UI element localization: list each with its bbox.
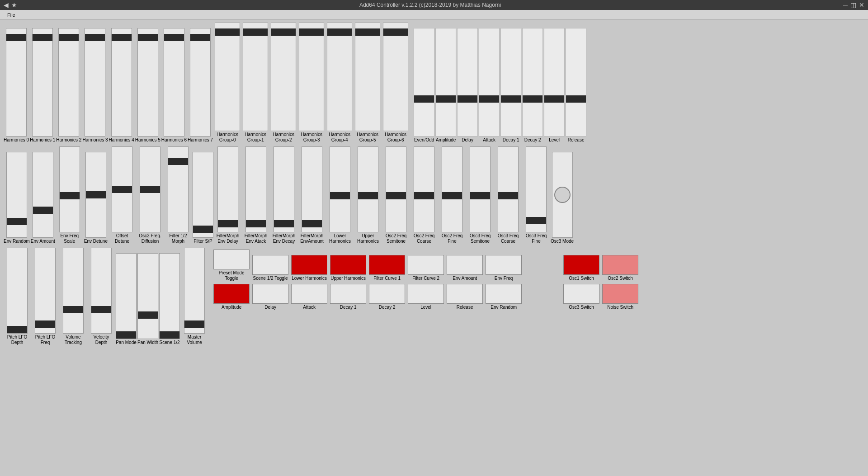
btn-cell-env-amount: Env Amount (447, 255, 483, 281)
slider-pan-width: Pan Width (137, 253, 158, 345)
slider-even-odd: Even/Odd (414, 28, 434, 143)
slider-harmonics-group1: Harmonics Group-1 (242, 23, 269, 143)
btn-cell-osc3-switch: Osc3 Switch (563, 284, 599, 310)
slider-harmonics3: Harmonics 3 (82, 28, 108, 143)
upper-harmonics-button[interactable] (330, 255, 366, 275)
slider-master-volume: Master Volume (181, 248, 208, 345)
slider-harmonics6: Harmonics 6 (161, 28, 187, 143)
slider-pan-mode: Pan Mode (116, 253, 137, 345)
maximize-button[interactable]: ◫ (850, 1, 856, 9)
btn-cell-filter-curve1: Filter Curve 1 (369, 255, 405, 281)
slider-upper-harmonics: Upper Harmonics (354, 146, 382, 244)
slider-osc2-freq-coarse: Osc2 Freq Coarse (410, 146, 438, 244)
btn-cell-filter-curve2: Filter Curve 2 (408, 255, 444, 281)
btn-cell-noise-switch: Noise Switch (602, 284, 638, 310)
close-button[interactable]: ✕ (859, 1, 864, 9)
preset-mode-toggle-button[interactable] (213, 250, 250, 269)
window-title: Add64 Controller v.1.2.2 (c)2018-2019 by… (17, 2, 843, 8)
noise-switch-button[interactable] (602, 284, 638, 304)
slider-release-r1: Release (566, 28, 586, 143)
slider-filter-12-morph: Filter 1/2 Morph (165, 146, 192, 244)
title-bar-controls: ─ ◫ ✕ (843, 1, 864, 9)
button-grid: Preset Mode Toggle Scene 1/2 Toggle Lowe… (210, 248, 642, 312)
env-random-button[interactable] (486, 284, 522, 304)
btn-cell-delay: Delay (252, 284, 288, 310)
btn-cell-decay1: Decay 1 (330, 284, 366, 310)
slider-filtermorph-env-delay: FilterMorph Env Delay (214, 146, 241, 244)
btn-cell-scene-12-toggle: Scene 1/2 Toggle (252, 255, 288, 281)
level-button[interactable] (408, 284, 444, 304)
menu-bar: File (0, 10, 868, 20)
slider-harmonics1: Harmonics 1 (30, 28, 55, 143)
slider-harmonics-group2: Harmonics Group-2 (270, 23, 297, 143)
slider-delay-r1: Delay (457, 28, 478, 143)
slider-env-random: Env Random (4, 152, 30, 244)
btn-cell-env-random: Env Random (486, 284, 522, 310)
row2-sliders: Env Random Env Amount Env Freq Scale Env… (2, 146, 866, 245)
slider-harmonics-group5: Harmonics Group-5 (354, 23, 381, 143)
slider-volume-tracking: Volume Tracking (60, 248, 87, 345)
btn-cell-amplitude: Amplitude (213, 284, 250, 310)
osc1-switch-button[interactable] (563, 255, 599, 275)
file-menu[interactable]: File (4, 11, 19, 19)
decay1-button[interactable] (330, 284, 366, 304)
slider-amplitude: Amplitude (435, 28, 456, 143)
osc2-switch-button[interactable] (602, 255, 638, 275)
btn-cell-attack: Attack (291, 284, 327, 310)
amplitude-button[interactable] (213, 284, 250, 304)
slider-harmonics-group6: Harmonics Group-6 (382, 23, 409, 143)
btn-cell-level: Level (408, 284, 444, 310)
slider-osc3-mode: Osc3 Mode (551, 152, 574, 244)
title-bar: ◀ ★ Add64 Controller v.1.2.2 (c)2018-201… (0, 0, 868, 10)
slider-velocity-depth: Velocity Depth (88, 248, 115, 345)
slider-env-freq-scale: Env Freq Scale (56, 146, 83, 244)
slider-lower-harmonics: Lower Harmonics (326, 146, 354, 244)
slider-level-r1: Level (544, 28, 565, 143)
slider-pitch-lfo-freq: Pitch LFO Freq (32, 248, 59, 345)
slider-env-amount: Env Amount (31, 152, 55, 244)
slider-filtermorph-envamount: FilterMorph EnvAmount (298, 146, 326, 244)
slider-osc2-freq-fine: Osc2 Freq Fine (439, 146, 466, 244)
btn-cell-preset-mode: Preset Mode Toggle (213, 250, 250, 281)
slider-pitch-lfo-depth: Pitch LFO Depth (4, 248, 31, 345)
scene-12-toggle-button[interactable] (252, 255, 288, 275)
slider-filter-sp: Filter S/P (193, 152, 213, 244)
title-bar-left: ◀ ★ (4, 1, 17, 9)
slider-env-detune: Env Detune (84, 152, 108, 244)
slider-harmonics2: Harmonics 2 (56, 28, 81, 143)
slider-osc3-freq-semitone: Osc3 Freq Semitone (467, 146, 494, 244)
osc3-switch-button[interactable] (563, 284, 599, 304)
decay2-button[interactable] (369, 284, 405, 304)
slider-harmonics0: Harmonics 0 (4, 28, 29, 143)
button-row2: Amplitude Delay Attack Decay 1 Decay 2 (213, 284, 638, 310)
filter-curve2-button[interactable] (408, 255, 444, 275)
filter-curve1-button[interactable] (369, 255, 405, 275)
slider-decay2-r1: Decay 2 (522, 28, 543, 143)
row3-sliders: Pitch LFO Depth Pitch LFO Freq Volume Tr… (4, 248, 208, 345)
slider-osc2-freq-semitone: Osc2 Freq Semitone (382, 146, 410, 244)
minimize-button[interactable]: ─ (843, 1, 848, 9)
slider-filtermorph-env-decay: FilterMorph Env Decay (270, 146, 297, 244)
lower-harmonics-button[interactable] (291, 255, 327, 275)
slider-harmonics5: Harmonics 5 (135, 28, 160, 143)
delay-button[interactable] (252, 284, 288, 304)
slider-harmonics-group4: Harmonics Group-4 (326, 23, 353, 143)
button-row1: Preset Mode Toggle Scene 1/2 Toggle Lowe… (213, 250, 638, 281)
release-button[interactable] (447, 284, 483, 304)
slider-harmonics-group0: Harmonics Group-0 (214, 23, 241, 143)
env-amount-button[interactable] (447, 255, 483, 275)
slider-osc3-freq-fine: Osc3 Freq Fine (523, 146, 550, 244)
btn-cell-release: Release (447, 284, 483, 310)
slider-harmonics4: Harmonics 4 (109, 28, 134, 143)
slider-osc3-freq-coarse: Osc3 Freq Coarse (495, 146, 522, 244)
row1-sliders: Harmonics 0 Harmonics 1 Harmonics 2 Harm… (2, 22, 866, 144)
slider-osc3-freq-diffusion: Osc3 Freq. Diffusion (137, 146, 164, 244)
attack-button[interactable] (291, 284, 327, 304)
slider-filtermorph-env-atack: FilterMorph Env Atack (242, 146, 269, 244)
slider-attack-r1: Attack (479, 28, 500, 143)
main-content: Harmonics 0 Harmonics 1 Harmonics 2 Harm… (0, 20, 868, 348)
btn-cell-upper-harmonics: Upper Harmonics (330, 255, 366, 281)
slider-harmonics-group3: Harmonics Group-3 (298, 23, 325, 143)
pin-icon[interactable]: ★ (11, 1, 17, 9)
env-freq-button[interactable] (486, 255, 522, 275)
